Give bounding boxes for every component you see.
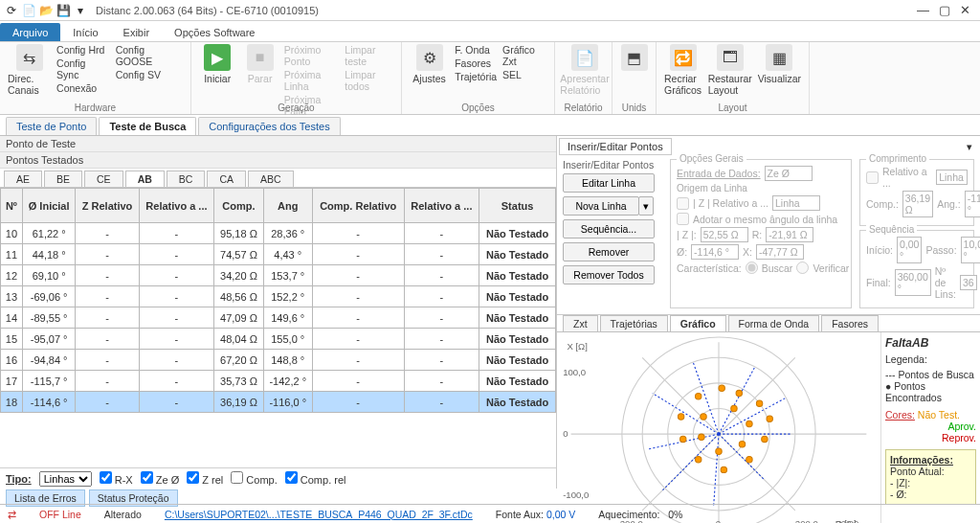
table-row[interactable]: 13-69,06 °--48,56 Ω152,2 °--Não Testado	[1, 286, 556, 307]
fault-tab-bc[interactable]: BC	[167, 171, 206, 187]
svg-text:0: 0	[563, 428, 568, 439]
remover-button[interactable]: Remover	[563, 242, 655, 262]
dropdown-icon[interactable]: ▾	[73, 3, 88, 18]
config-hrd[interactable]: Config Hrd	[56, 44, 110, 56]
table-row[interactable]: 16-94,84 °--67,20 Ω148,8 °--Não Testado	[1, 350, 556, 371]
svg-point-22	[716, 448, 722, 454]
tab-arquivo[interactable]: Arquivo	[0, 23, 60, 41]
pin-icon[interactable]: ▾	[967, 141, 978, 153]
table-row[interactable]: 14-89,55 °--47,09 Ω149,6 °--Não Testado	[1, 307, 556, 329]
window-title: Distanc 2.00.063 (64 Bits) - CE-6710 (00…	[96, 5, 319, 16]
table-row[interactable]: 1144,18 °--74,57 Ω4,43 °--Não Testado	[1, 244, 556, 265]
group-unids: Unids	[612, 102, 656, 113]
polar-plot[interactable]: X [Ω] R [Ω] 100,0 0 -100,0 -200,0 0 200,…	[557, 332, 880, 523]
f-onda[interactable]: F. Onda	[455, 44, 497, 56]
svg-point-10	[767, 416, 772, 421]
file-path-link[interactable]: C:\Users\SUPORTE02\...\TESTE_BUSCA_P446_…	[165, 509, 473, 520]
nova-linha-dropdown[interactable]: ▾	[638, 196, 654, 216]
group-relatorio: Relatório	[555, 102, 612, 113]
nova-linha-button[interactable]: Nova Linha	[563, 196, 639, 216]
svg-text:100,0: 100,0	[563, 367, 586, 377]
prox-linha: Próxima Linha	[284, 69, 340, 92]
trajetoria[interactable]: Trajetória	[455, 71, 497, 82]
fault-tab-be[interactable]: BE	[44, 171, 82, 187]
status-alterado: Alterado	[104, 509, 142, 520]
prox-ponto: Próximo Ponto	[284, 44, 340, 67]
grafico-zxt[interactable]: Gráfico Zxt	[502, 44, 546, 67]
limpar-teste: Limpar teste	[345, 44, 393, 67]
gtab-zxt[interactable]: Zxt	[563, 315, 598, 331]
gtab-forma[interactable]: Forma de Onda	[728, 315, 820, 331]
maximize-icon[interactable]: ▢	[939, 3, 950, 17]
tipo-select[interactable]: Linhas	[39, 471, 92, 487]
app-icon: ⟳	[4, 3, 19, 18]
fault-tab-ca[interactable]: CA	[207, 171, 246, 187]
chk-zrel[interactable]: Z rel	[187, 471, 223, 486]
fault-tab-ce[interactable]: CE	[84, 171, 123, 187]
svg-point-14	[696, 457, 702, 463]
svg-point-15	[680, 436, 686, 442]
svg-point-19	[731, 405, 737, 411]
svg-point-21	[739, 442, 745, 447]
tab-inserir-editar[interactable]: Inserir/Editar Pontos	[559, 138, 672, 155]
config-sv[interactable]: Config SV	[116, 69, 183, 80]
subtab-teste-busca[interactable]: Teste de Busca	[99, 117, 196, 135]
limpar-todos: Limpar todos	[345, 69, 393, 92]
ponto-teste-label: Ponto de Teste	[0, 136, 556, 152]
pontos-testados-label: Pontos Testados	[0, 152, 556, 169]
sequencia-button[interactable]: Sequência...	[563, 219, 655, 239]
fasores-btn[interactable]: Fasores	[455, 57, 497, 69]
subtab-teste-ponto[interactable]: Teste de Ponto	[6, 117, 97, 135]
svg-point-18	[719, 385, 724, 391]
gtab-grafico[interactable]: Gráfico	[670, 315, 726, 331]
save-icon[interactable]: 💾	[56, 3, 71, 18]
config-sync[interactable]: Config Sync	[56, 57, 110, 80]
new-icon[interactable]: 📄	[21, 3, 36, 18]
results-table: NºØ InicialZ RelativoRelativo a ...Comp.…	[0, 188, 556, 413]
svg-point-13	[721, 466, 726, 472]
tipo-label: Tipo:	[6, 473, 32, 485]
col-header: Comp. Relativo	[312, 189, 404, 223]
chk-zeo[interactable]: Ze Ø	[141, 471, 180, 486]
svg-point-11	[762, 436, 768, 442]
ins-side-label: Inserir/Editar Pontos	[563, 159, 662, 171]
tab-opcoes[interactable]: Opções Software	[162, 23, 267, 41]
conexao[interactable]: Conexão	[56, 82, 110, 94]
svg-point-12	[746, 457, 752, 463]
fault-tab-ab[interactable]: AB	[125, 171, 165, 187]
tab-inicio[interactable]: Início	[60, 23, 110, 41]
minimize-icon[interactable]: —	[917, 3, 929, 17]
col-header: Status	[479, 189, 556, 223]
config-goose[interactable]: Config GOOSE	[116, 44, 183, 67]
chk-comp[interactable]: Comp.	[231, 471, 277, 486]
svg-text:X [Ω]: X [Ω]	[567, 341, 588, 352]
open-icon[interactable]: 📂	[38, 3, 54, 18]
col-header: Ø Inicial	[22, 189, 76, 223]
fault-tab-ae[interactable]: AE	[4, 171, 42, 187]
close-icon[interactable]: ✕	[960, 3, 970, 17]
chart-title: FaltaAB	[885, 336, 976, 350]
col-header: Relativo a ...	[404, 189, 479, 223]
gtab-fasores[interactable]: Fasores	[821, 315, 879, 331]
table-row[interactable]: 17-115,7 °--35,73 Ω-142,2 °--Não Testado	[1, 371, 556, 392]
table-row[interactable]: 1269,10 °--34,20 Ω153,7 °--Não Testado	[1, 265, 556, 286]
svg-point-23	[699, 434, 704, 440]
col-header: Comp.	[214, 189, 263, 223]
remover-todos-button[interactable]: Remover Todos	[563, 265, 655, 284]
subtab-config-testes[interactable]: Configurações dos Testes	[198, 117, 340, 135]
table-row[interactable]: 15-95,07 °--48,04 Ω155,0 °--Não Testado	[1, 329, 556, 350]
chk-rx[interactable]: R-X	[100, 471, 133, 486]
sel[interactable]: SEL	[502, 69, 546, 80]
tab-exibir[interactable]: Exibir	[111, 23, 163, 41]
gtab-traj[interactable]: Trajetórias	[600, 315, 668, 331]
svg-text:-100,0: -100,0	[563, 489, 589, 500]
group-geracao: Geração	[191, 102, 401, 113]
editar-linha-button[interactable]: Editar Linha	[563, 173, 655, 193]
table-row[interactable]: 18-114,6 °--36,19 Ω-116,0 °--Não Testado	[1, 392, 556, 413]
svg-point-20	[746, 421, 752, 426]
chk-comprel[interactable]: Comp. rel	[285, 471, 346, 486]
fault-tab-abc[interactable]: ABC	[248, 171, 294, 187]
svg-point-17	[696, 394, 702, 399]
col-header: Nº	[1, 189, 23, 223]
table-row[interactable]: 1061,22 °--95,18 Ω28,36 °--Não Testado	[1, 223, 556, 244]
